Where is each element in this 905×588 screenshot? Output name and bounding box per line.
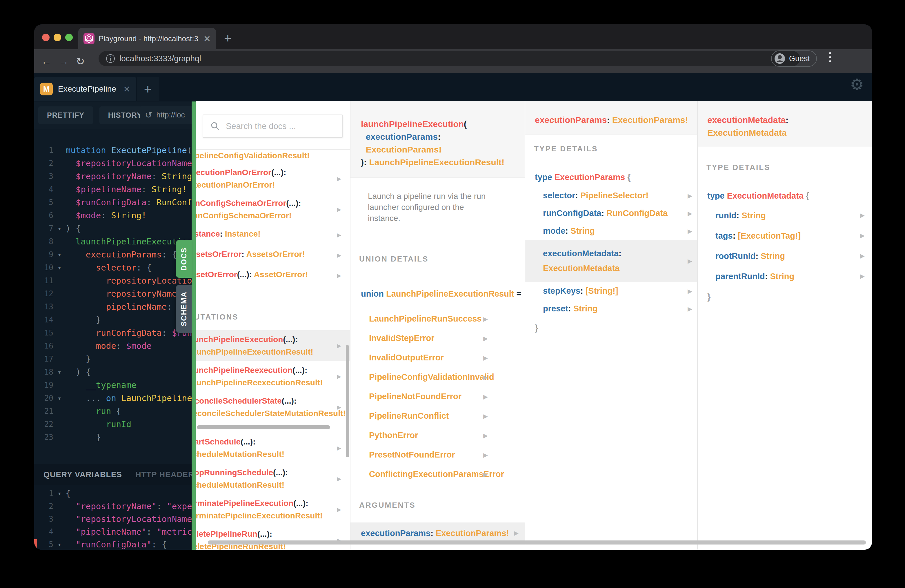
code-line[interactable]: 6 $mode: String! [34,209,192,222]
code-line[interactable]: 12 repositoryName: $repositoryName [34,287,192,300]
browser-menu-icon[interactable] [829,52,831,62]
vertical-scrollbar[interactable] [346,345,349,457]
code-text: } [65,431,192,444]
minimize-window-button[interactable] [54,33,61,41]
fold-arrow-icon[interactable]: ▾ [53,366,65,379]
code-line[interactable]: 22 runId [34,418,192,431]
back-icon[interactable]: ← [41,55,52,67]
union-member-PipelineRunConflict[interactable]: PipelineRunConflict▶ [369,406,525,426]
horizontal-scrollbar[interactable] [208,540,866,545]
tab-http-headers[interactable]: HTTP HEADERS [135,470,192,479]
type-field[interactable]: executionMetadata:ExecutionMetadata▶ [525,240,697,282]
code-line[interactable]: 3 $repositoryName: String! [34,170,192,183]
type-field[interactable]: tags: [ExecutionTag!]▶ [698,226,872,246]
fold-arrow-icon[interactable]: ▾ [53,392,65,405]
settings-gear-icon[interactable]: ⚙ [850,75,864,94]
new-session-button[interactable]: + [137,77,159,101]
docs-field-assetOrError[interactable]: assetOrError(...): AssetOrError!▶ [196,265,350,286]
code-line[interactable]: 1▾{ [34,487,192,500]
type-field[interactable]: preset: String▶ [525,300,697,318]
type-field[interactable]: stepKeys: [String!]▶ [525,282,697,300]
code-line[interactable]: 11 repositoryLocationName: $repositoryLo… [34,274,192,287]
code-line[interactable]: 2 "repositoryName": "experimental_reposi… [34,500,192,513]
endpoint-input[interactable]: ↺ http://loc [140,106,192,124]
union-member-InvalidOutputError[interactable]: InvalidOutputError▶ [369,348,525,367]
docs-resize-handle[interactable] [192,102,196,550]
docs-field-assetsOrError[interactable]: assetsOrError: AssetsOrError!▶ [196,245,350,265]
docs-field-stopRunningSchedule[interactable]: stopRunningSchedule(...):ScheduleMutatio… [196,463,350,494]
reload-icon[interactable]: ↻ [76,56,85,67]
type-field[interactable]: mode: String▶ [525,222,697,240]
site-info-icon[interactable]: i [106,54,115,63]
union-member-LaunchPipelineRunSuccess[interactable]: LaunchPipelineRunSuccess▶ [369,309,525,329]
code-line[interactable]: 8 launchPipelineExecution( [34,235,192,248]
union-member-PresetNotFoundError[interactable]: PresetNotFoundError▶ [369,445,525,464]
union-member-PythonError[interactable]: PythonError▶ [369,426,525,445]
new-tab-button[interactable]: + [224,32,232,44]
tab-close-icon[interactable]: ✕ [203,33,211,44]
code-line[interactable]: 3 "repositoryLocationName": [34,513,192,525]
forward-icon[interactable]: → [59,55,69,67]
union-member-InvalidStepError[interactable]: InvalidStepError▶ [369,329,525,348]
code-line[interactable]: 1mutation ExecutePipeline( [34,144,192,157]
fold-arrow-icon[interactable]: ▾ [53,222,65,235]
type-field[interactable]: runConfigData: RunConfigData▶ [525,204,697,222]
docs-field-launchPipelineExecution[interactable]: launchPipelineExecution(...):LaunchPipel… [196,330,350,361]
docs-field-terminatePipelineExecution[interactable]: terminatePipelineExecution(...):Terminat… [196,494,350,525]
query-editor[interactable]: 1mutation ExecutePipeline(2 $repositoryL… [34,129,192,464]
code-line[interactable]: 17 } [34,353,192,366]
code-line[interactable]: 13 pipelineName: $pipelineName [34,300,192,313]
browser-tab[interactable]: Playground - http://localhost:3 ✕ [78,28,216,49]
type-field[interactable]: rootRunId: String▶ [698,246,872,266]
code-line[interactable]: 20▾ ... on LaunchPipelineRunSuccess [34,392,192,405]
variables-editor[interactable]: 1▾{2 "repositoryName": "experimental_rep… [34,485,192,550]
tab-query-variables[interactable]: QUERY VARIABLES [43,470,122,479]
tab-schema[interactable]: SCHEMA [176,285,192,333]
code-line[interactable]: 7▾) { [34,222,192,235]
union-member-ConflictingExecutionParamsError[interactable]: ConflictingExecutionParamsError▶ [369,464,525,484]
code-line[interactable]: 2 $repositoryLocationName: String! [34,157,192,170]
tab-docs[interactable]: DOCS [176,240,192,278]
code-line[interactable]: 9▾ executionParams: { [34,248,192,261]
code-line[interactable]: 14 } [34,313,192,326]
docs-field-deletePipelineRun[interactable]: deletePipelineRun(...):DeletePipelineRun… [196,525,350,550]
union-member-PipelineConfigValidationInvalid[interactable]: PipelineConfigValidationInvalid▶ [369,367,525,387]
code-line[interactable]: 16 mode: $mode [34,340,192,353]
close-window-button[interactable] [42,33,49,41]
docs-field-launchPipelineReexecution[interactable]: launchPipelineReexecution(...):LaunchPip… [196,361,350,392]
code-line[interactable]: 15 runConfigData: $runConfigData [34,326,192,340]
code-line[interactable]: 21 run { [34,405,192,418]
code-line[interactable]: 23 } [34,431,192,444]
code-line[interactable]: 19 __typename [34,379,192,392]
code-line[interactable]: 5▾ "runConfigData": { [34,538,192,550]
code-line[interactable]: 5 $runConfigData: RunConfigData! [34,196,192,209]
type-field[interactable]: runId: String▶ [698,205,872,226]
profile-button[interactable]: Guest [771,51,817,67]
type-field[interactable]: parentRunId: String▶ [698,266,872,286]
horizontal-scrollbar[interactable] [197,425,330,429]
session-tab-executepipeline[interactable]: M ExecutePipeline ✕ [34,77,136,101]
docs-field-instance[interactable]: instance: Instance!▶ [196,225,350,245]
code-line[interactable]: 18▾ ) { [34,366,192,379]
line-number: 19 [34,379,53,392]
docs-field-executionPlanOrError[interactable]: executionPlanOrError(...):ExecutionPlanO… [196,163,350,194]
endpoint-reload-icon[interactable]: ↺ [145,110,152,120]
union-member-PipelineNotFoundError[interactable]: PipelineNotFoundError▶ [369,387,525,406]
fold-arrow-icon[interactable]: ▾ [53,248,65,261]
address-bar[interactable]: i localhost:3333/graphql [98,51,800,66]
docs-search-input[interactable]: Search the docs ... [203,114,343,138]
fold-arrow-icon[interactable]: ▾ [53,487,65,500]
prettify-button[interactable]: PRETTIFY [38,106,93,124]
code-line[interactable]: 10▾ selector: { [34,261,192,274]
docs-field-runConfigSchemaOrError[interactable]: runConfigSchemaOrError(...):RunConfigSch… [196,194,350,225]
code-line[interactable]: 4 $pipelineName: String! [34,183,192,196]
type-field[interactable]: selector: PipelineSelector!▶ [525,187,697,204]
zoom-window-button[interactable] [65,33,73,41]
fold-arrow-icon[interactable]: ▾ [53,538,65,550]
docs-field-startSchedule[interactable]: startSchedule(...):ScheduleMutationResul… [196,432,350,463]
fold-arrow-icon[interactable]: ▾ [53,261,65,274]
code-line[interactable]: 4 "pipelineName": "metrics_pipeline" [34,525,192,538]
session-close-icon[interactable]: ✕ [123,84,130,94]
docs-field-reconcileSchedulerState[interactable]: reconcileSchedulerState(...):ReconcileSc… [196,392,350,423]
signature-line: executionParams: [361,130,525,143]
